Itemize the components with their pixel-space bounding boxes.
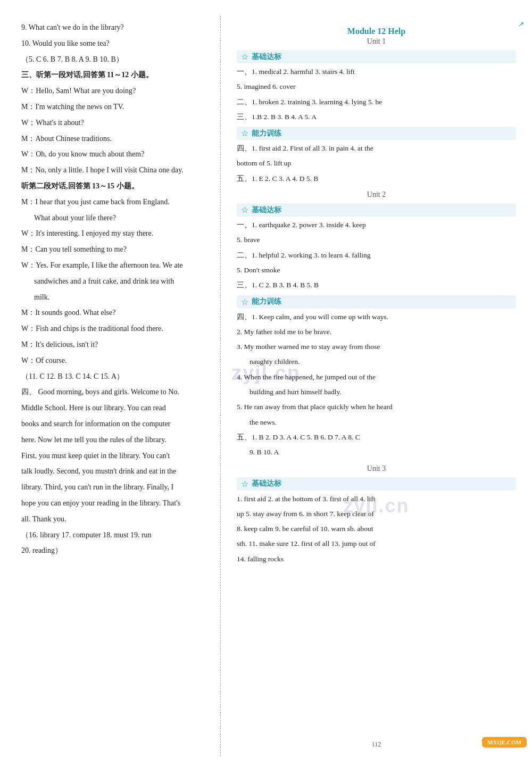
dialogue-w5: W：Yes. For example, I like the afternoon… bbox=[21, 259, 211, 272]
dialogue-w5-cont: sandwiches and a fruit cake, and drink t… bbox=[21, 275, 211, 288]
unit3-r2: up 5. stay away from 6. in short 7. keep… bbox=[237, 508, 516, 520]
unit2-n4: naughty children. bbox=[237, 355, 516, 368]
unit1-r3: 二、1. broken 2. training 3. learning 4. l… bbox=[237, 96, 516, 109]
unit2-r2: 5. brave bbox=[237, 234, 516, 246]
dialogue-w1: W：Hello, Sam! What are you doing? bbox=[21, 85, 211, 97]
section-4-line3: books and search for information on the … bbox=[21, 418, 211, 430]
module-title: Module 12 Help bbox=[237, 27, 516, 36]
unit1-nengli: ☆ 能力训练 bbox=[237, 127, 516, 140]
unit2-jichudabiao-label: 基础达标 bbox=[252, 205, 281, 215]
section-4-line2: Middle School. Here is our library. You … bbox=[21, 402, 211, 414]
line-answers-5-10: （5. C 6. B 7. B 8. A 9. B 10. B） bbox=[21, 53, 211, 66]
dialogue-w4: W：It's interesting. I enjoyed my stay th… bbox=[21, 227, 211, 240]
dialogue-m2: M：About Chinese traditions. bbox=[21, 132, 211, 145]
line-9: 9. What can't we do in the library? bbox=[21, 21, 211, 34]
unit2-n1: 四、1. Keep calm, and you will come up wit… bbox=[237, 311, 516, 323]
unit1-r1: 一、1. medical 2. harmful 3. stairs 4. lif… bbox=[237, 65, 516, 78]
section-3: 三、听第一段对话,回答第 11～12 小题。 bbox=[21, 69, 211, 81]
unit2-jichudabiao: ☆ 基础达标 bbox=[237, 203, 516, 217]
unit2-r4: 5. Don't smoke bbox=[237, 264, 516, 277]
answers-20: 20. reading） bbox=[21, 544, 211, 557]
unit2-nengli-label: 能力训练 bbox=[252, 297, 281, 306]
unit1-jichudabiao-label: 基础达标 bbox=[252, 52, 281, 62]
section-4-line7: library. Third, you can't run in the lib… bbox=[21, 481, 211, 494]
unit1-n3: 五、1. E 2. C 3. A 4. D 5. B bbox=[237, 172, 516, 185]
unit1-title: Unit 1 bbox=[237, 37, 516, 46]
dialogue-w2: W：What's it about? bbox=[21, 117, 211, 129]
unit3-r3: 8. keep calm 9. be careful of 10. warn s… bbox=[237, 522, 516, 535]
right-column: ↗ Module 12 Help Unit 1 ☆ 基础达标 一、1. medi… bbox=[221, 16, 532, 756]
dialogue-w6: W：Fish and chips is the traditional food… bbox=[21, 322, 211, 335]
section-13-15: 听第二段对话,回答第 13～15 小题。 bbox=[21, 180, 211, 193]
dialogue-w3: W：Oh, do you know much about them? bbox=[21, 148, 211, 161]
unit2-r1: 一、1. earthquake 2. power 3. inside 4. ke… bbox=[237, 219, 516, 231]
unit1-r4: 三、1.B 2. B 3. B 4. A 5. A bbox=[237, 111, 516, 123]
dialogue-m3: M：No, only a little. I hope I will visit… bbox=[21, 164, 211, 177]
star-icon-2: ☆ bbox=[241, 128, 248, 138]
star-icon-1: ☆ bbox=[241, 52, 248, 62]
section-4-intro: 四、 Good morning, boys and girls. Welcome… bbox=[21, 386, 211, 399]
section-4-line4: here. Now let me tell you the rules of t… bbox=[21, 434, 211, 446]
dialogue-m4-cont: What about your life there? bbox=[21, 212, 211, 225]
unit2-n9: 五、1. B 2. D 3. A 4. C 5. B 6. D 7. A 8. … bbox=[237, 431, 516, 444]
star-icon-5: ☆ bbox=[241, 479, 248, 489]
unit2-n3: 3. My mother warned me to stay away from… bbox=[237, 341, 516, 353]
dialogue-w5-cont2: milk. bbox=[21, 291, 211, 304]
dialogue-m4: M：I hear that you just came back from En… bbox=[21, 196, 211, 209]
line-10: 10. Would you like some tea? bbox=[21, 37, 211, 50]
unit1-nengli-label: 能力训练 bbox=[252, 129, 281, 138]
unit1-n1: 四、1. first aid 2. First of all 3. in pai… bbox=[237, 142, 516, 155]
unit2-n6: building and hurt himself badly. bbox=[237, 386, 516, 399]
dialogue-m7: M：It's delicious, isn't it? bbox=[21, 338, 211, 351]
unit2-n10: 9. B 10. A bbox=[237, 446, 516, 459]
unit3-r5: 14. falling rocks bbox=[237, 553, 516, 566]
unit3-jichudabiao-label: 基础达标 bbox=[252, 479, 281, 488]
bottom-badge: MXQE.COM bbox=[482, 737, 527, 748]
unit2-n2: 2. My father told me to be brave. bbox=[237, 326, 516, 338]
unit1-n2: bottom of 5. lift up bbox=[237, 157, 516, 170]
unit1-jichudabiao: ☆ 基础达标 bbox=[237, 50, 516, 63]
unit1-r2: 5. imagined 6. cover bbox=[237, 80, 516, 93]
unit3-jichudabiao: ☆ 基础达标 bbox=[237, 477, 516, 491]
unit3-r1: 1. first aid 2. at the bottom of 3. firs… bbox=[237, 493, 516, 505]
star-icon-4: ☆ bbox=[241, 297, 248, 307]
unit2-nengli: ☆ 能力训练 bbox=[237, 295, 516, 309]
unit2-n7: 5. He ran away from that place quickly w… bbox=[237, 401, 516, 413]
unit2-n5: 4. When the fire happened, he jumped out… bbox=[237, 371, 516, 384]
unit2-n8: the news. bbox=[237, 416, 516, 429]
section-4-line9: all. Thank you. bbox=[21, 513, 211, 526]
answers-11-15: （11. C 12. B 13. C 14. C 15. A） bbox=[21, 370, 211, 383]
left-column: 9. What can't we do in the library? 10. … bbox=[0, 16, 221, 756]
dialogue-w7: W：Of course. bbox=[21, 354, 211, 367]
unit3-title: Unit 3 bbox=[237, 464, 516, 473]
unit3-r4: sth. 11. make sure 12. first of all 13. … bbox=[237, 537, 516, 550]
top-right-mark: ↗ bbox=[518, 20, 523, 29]
section-4-line8: hope you can enjoy your reading in the l… bbox=[21, 497, 211, 510]
unit2-title: Unit 2 bbox=[237, 190, 516, 199]
dialogue-m5: M：Can you tell something to me? bbox=[21, 243, 211, 256]
dialogue-m6: M：It sounds good. What else? bbox=[21, 306, 211, 319]
star-icon-3: ☆ bbox=[241, 205, 248, 215]
page-number: 112 bbox=[372, 741, 381, 749]
unit2-r3: 二、1. helpful 2. working 3. to learn 4. f… bbox=[237, 249, 516, 262]
section-4-line6: talk loudly. Second, you mustn't drink a… bbox=[21, 465, 211, 478]
answers-16-20: （16. library 17. computer 18. must 19. r… bbox=[21, 529, 211, 542]
unit2-r5: 三、1. C 2. B 3. B 4. B 5. B bbox=[237, 279, 516, 292]
section-4-line5: First, you must keep quiet in the librar… bbox=[21, 450, 211, 462]
dialogue-m1: M：I'm watching the news on TV. bbox=[21, 101, 211, 113]
